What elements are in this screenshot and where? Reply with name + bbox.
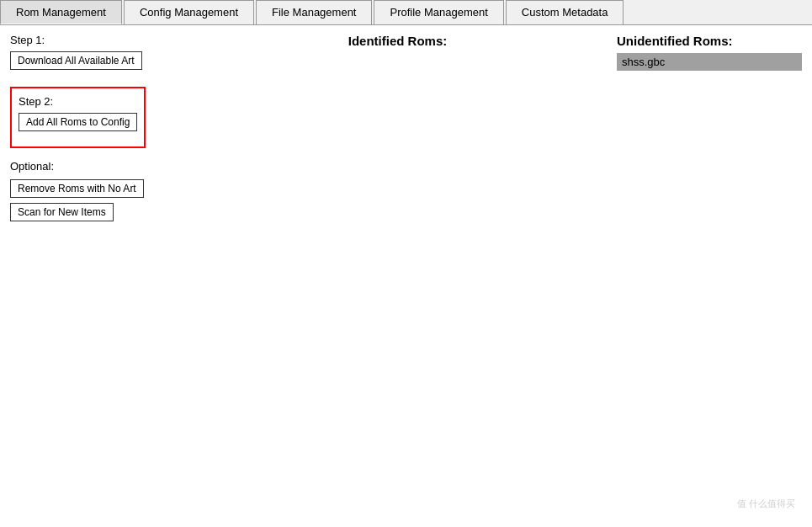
left-panel: Step 1: Download All Available Art Step … <box>10 34 178 226</box>
download-all-available-art-button[interactable]: Download All Available Art <box>10 51 142 70</box>
tab-bar: Rom Management Config Management File Ma… <box>0 0 812 25</box>
scan-for-new-items-button[interactable]: Scan for New Items <box>10 203 114 221</box>
step2-label: Step 2: <box>19 95 137 108</box>
step1-label: Step 1: <box>10 34 178 46</box>
tab-config-management[interactable]: Config Management <box>124 0 254 24</box>
right-panel: Unidentified Roms: shss.gbc <box>617 34 802 226</box>
tab-file-management[interactable]: File Management <box>256 0 372 24</box>
watermark: 值 什么值得买 <box>737 498 795 510</box>
identified-roms-title: Identified Roms: <box>195 34 600 48</box>
step2-box: Step 2: Add All Roms to Config <box>10 87 146 148</box>
tab-custom-metadata[interactable]: Custom Metadata <box>506 0 624 24</box>
unidentified-rom-item[interactable]: shss.gbc <box>617 53 802 71</box>
remove-roms-with-no-art-button[interactable]: Remove Roms with No Art <box>10 179 144 198</box>
tab-rom-management[interactable]: Rom Management <box>0 0 122 24</box>
unidentified-roms-title: Unidentified Roms: <box>617 34 802 48</box>
optional-label: Optional: <box>10 160 178 173</box>
main-content: Step 1: Download All Available Art Step … <box>0 25 812 235</box>
add-all-roms-to-config-button[interactable]: Add All Roms to Config <box>19 113 137 131</box>
center-panel: Identified Roms: <box>178 34 617 226</box>
tab-profile-management[interactable]: Profile Management <box>374 0 503 24</box>
